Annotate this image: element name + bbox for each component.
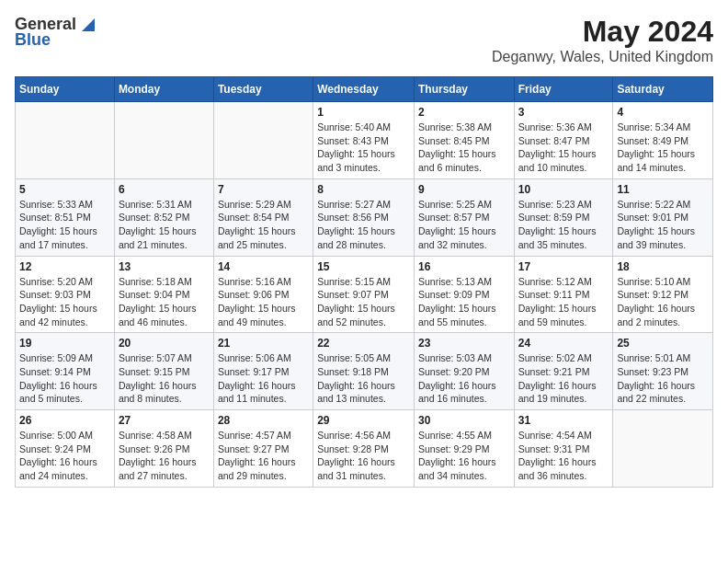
day-number: 15 <box>317 260 410 273</box>
day-number: 5 <box>19 183 110 196</box>
day-info: Sunrise: 5:09 AMSunset: 9:14 PMDaylight:… <box>19 351 110 406</box>
calendar-cell: 27Sunrise: 4:58 AMSunset: 9:26 PMDayligh… <box>114 410 213 488</box>
calendar-cell: 20Sunrise: 5:07 AMSunset: 9:15 PMDayligh… <box>114 333 213 410</box>
day-number: 14 <box>218 260 309 273</box>
day-info: Sunrise: 5:00 AMSunset: 9:24 PMDaylight:… <box>19 429 110 483</box>
day-number: 31 <box>518 414 609 427</box>
col-tuesday: Tuesday <box>213 77 313 102</box>
day-number: 25 <box>617 337 709 350</box>
day-info: Sunrise: 5:02 AMSunset: 9:21 PMDaylight:… <box>518 351 609 406</box>
calendar-cell <box>613 410 713 488</box>
day-number: 9 <box>418 183 510 196</box>
calendar-week-row-4: 19Sunrise: 5:09 AMSunset: 9:14 PMDayligh… <box>16 333 713 410</box>
day-info: Sunrise: 5:31 AMSunset: 8:52 PMDaylight:… <box>119 198 210 252</box>
day-number: 11 <box>617 183 709 196</box>
day-info: Sunrise: 5:12 AMSunset: 9:11 PMDaylight:… <box>518 275 609 329</box>
calendar-cell: 23Sunrise: 5:03 AMSunset: 9:20 PMDayligh… <box>414 333 514 410</box>
calendar-cell: 1Sunrise: 5:40 AMSunset: 8:43 PMDaylight… <box>313 102 415 179</box>
calendar-cell: 18Sunrise: 5:10 AMSunset: 9:12 PMDayligh… <box>613 256 713 333</box>
calendar-cell: 28Sunrise: 4:57 AMSunset: 9:27 PMDayligh… <box>213 410 313 488</box>
day-info: Sunrise: 5:16 AMSunset: 9:06 PMDaylight:… <box>218 275 309 329</box>
page-header: General Blue May 2024 Deganwy, Wales, Un… <box>15 15 713 65</box>
day-number: 20 <box>119 337 210 350</box>
calendar-week-row-5: 26Sunrise: 5:00 AMSunset: 9:24 PMDayligh… <box>16 410 713 488</box>
day-number: 23 <box>418 337 510 350</box>
calendar-header-row: Sunday Monday Tuesday Wednesday Thursday… <box>16 77 713 102</box>
day-info: Sunrise: 5:23 AMSunset: 8:59 PMDaylight:… <box>518 198 609 252</box>
calendar-cell <box>213 102 313 179</box>
day-number: 3 <box>518 106 609 119</box>
calendar-cell: 13Sunrise: 5:18 AMSunset: 9:04 PMDayligh… <box>114 256 213 333</box>
calendar-cell: 24Sunrise: 5:02 AMSunset: 9:21 PMDayligh… <box>514 333 613 410</box>
calendar-cell: 21Sunrise: 5:06 AMSunset: 9:17 PMDayligh… <box>213 333 313 410</box>
svg-marker-0 <box>82 18 95 31</box>
day-info: Sunrise: 4:54 AMSunset: 9:31 PMDaylight:… <box>518 429 609 483</box>
calendar-cell: 4Sunrise: 5:34 AMSunset: 8:49 PMDaylight… <box>613 102 713 179</box>
day-info: Sunrise: 4:55 AMSunset: 9:29 PMDaylight:… <box>418 429 510 483</box>
day-number: 12 <box>19 260 110 273</box>
day-number: 16 <box>418 260 510 273</box>
calendar-cell: 15Sunrise: 5:15 AMSunset: 9:07 PMDayligh… <box>313 256 415 333</box>
day-info: Sunrise: 5:29 AMSunset: 8:54 PMDaylight:… <box>218 198 309 252</box>
logo-triangle-icon <box>78 17 95 33</box>
logo: General Blue <box>15 15 95 50</box>
day-info: Sunrise: 5:34 AMSunset: 8:49 PMDaylight:… <box>617 121 709 175</box>
calendar-week-row-2: 5Sunrise: 5:33 AMSunset: 8:51 PMDaylight… <box>16 178 713 256</box>
day-info: Sunrise: 5:33 AMSunset: 8:51 PMDaylight:… <box>19 198 110 252</box>
day-number: 7 <box>218 183 309 196</box>
calendar-table: Sunday Monday Tuesday Wednesday Thursday… <box>15 76 713 488</box>
day-info: Sunrise: 4:57 AMSunset: 9:27 PMDaylight:… <box>218 429 309 483</box>
day-number: 28 <box>218 414 309 427</box>
col-monday: Monday <box>114 77 213 102</box>
day-number: 1 <box>317 106 410 119</box>
day-number: 17 <box>518 260 609 273</box>
day-number: 22 <box>317 337 410 350</box>
month-year-title: May 2024 <box>492 15 713 49</box>
day-info: Sunrise: 5:07 AMSunset: 9:15 PMDaylight:… <box>119 351 210 406</box>
col-friday: Friday <box>514 77 613 102</box>
day-info: Sunrise: 5:05 AMSunset: 9:18 PMDaylight:… <box>317 351 410 406</box>
calendar-cell: 3Sunrise: 5:36 AMSunset: 8:47 PMDaylight… <box>514 102 613 179</box>
calendar-cell: 22Sunrise: 5:05 AMSunset: 9:18 PMDayligh… <box>313 333 415 410</box>
title-section: May 2024 Deganwy, Wales, United Kingdom <box>492 15 713 65</box>
calendar-cell: 25Sunrise: 5:01 AMSunset: 9:23 PMDayligh… <box>613 333 713 410</box>
day-number: 2 <box>418 106 510 119</box>
day-info: Sunrise: 5:03 AMSunset: 9:20 PMDaylight:… <box>418 351 510 406</box>
col-sunday: Sunday <box>16 77 115 102</box>
calendar-cell: 26Sunrise: 5:00 AMSunset: 9:24 PMDayligh… <box>16 410 115 488</box>
day-info: Sunrise: 5:25 AMSunset: 8:57 PMDaylight:… <box>418 198 510 252</box>
day-number: 4 <box>617 106 709 119</box>
day-number: 19 <box>19 337 110 350</box>
day-number: 29 <box>317 414 410 427</box>
day-info: Sunrise: 5:20 AMSunset: 9:03 PMDaylight:… <box>19 275 110 329</box>
calendar-cell: 5Sunrise: 5:33 AMSunset: 8:51 PMDaylight… <box>16 178 115 256</box>
calendar-cell: 2Sunrise: 5:38 AMSunset: 8:45 PMDaylight… <box>414 102 514 179</box>
day-info: Sunrise: 5:38 AMSunset: 8:45 PMDaylight:… <box>418 121 510 175</box>
day-number: 30 <box>418 414 510 427</box>
logo-blue-text: Blue <box>15 30 51 50</box>
day-number: 8 <box>317 183 410 196</box>
day-number: 27 <box>119 414 210 427</box>
day-info: Sunrise: 5:06 AMSunset: 9:17 PMDaylight:… <box>218 351 309 406</box>
calendar-week-row-3: 12Sunrise: 5:20 AMSunset: 9:03 PMDayligh… <box>16 256 713 333</box>
calendar-cell: 11Sunrise: 5:22 AMSunset: 9:01 PMDayligh… <box>613 178 713 256</box>
day-info: Sunrise: 5:40 AMSunset: 8:43 PMDaylight:… <box>317 121 410 175</box>
calendar-cell: 29Sunrise: 4:56 AMSunset: 9:28 PMDayligh… <box>313 410 415 488</box>
day-info: Sunrise: 5:18 AMSunset: 9:04 PMDaylight:… <box>119 275 210 329</box>
calendar-cell <box>16 102 115 179</box>
day-number: 24 <box>518 337 609 350</box>
day-info: Sunrise: 5:36 AMSunset: 8:47 PMDaylight:… <box>518 121 609 175</box>
calendar-cell: 7Sunrise: 5:29 AMSunset: 8:54 PMDaylight… <box>213 178 313 256</box>
day-number: 10 <box>518 183 609 196</box>
day-number: 18 <box>617 260 709 273</box>
calendar-cell: 19Sunrise: 5:09 AMSunset: 9:14 PMDayligh… <box>16 333 115 410</box>
day-info: Sunrise: 5:01 AMSunset: 9:23 PMDaylight:… <box>617 351 709 406</box>
day-info: Sunrise: 5:15 AMSunset: 9:07 PMDaylight:… <box>317 275 410 329</box>
calendar-cell: 12Sunrise: 5:20 AMSunset: 9:03 PMDayligh… <box>16 256 115 333</box>
calendar-cell <box>114 102 213 179</box>
calendar-cell: 31Sunrise: 4:54 AMSunset: 9:31 PMDayligh… <box>514 410 613 488</box>
calendar-cell: 30Sunrise: 4:55 AMSunset: 9:29 PMDayligh… <box>414 410 514 488</box>
calendar-cell: 10Sunrise: 5:23 AMSunset: 8:59 PMDayligh… <box>514 178 613 256</box>
day-number: 6 <box>119 183 210 196</box>
calendar-cell: 16Sunrise: 5:13 AMSunset: 9:09 PMDayligh… <box>414 256 514 333</box>
